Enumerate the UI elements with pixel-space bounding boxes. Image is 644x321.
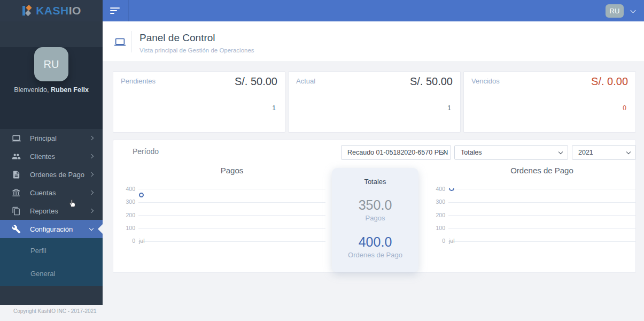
y-tick: 200 (430, 212, 445, 218)
copy-icon (12, 207, 21, 216)
header-divider (131, 31, 131, 52)
totals-summary-panel: Totales 350.0 Pagos 400.0 Ordenes de Pag… (332, 168, 418, 272)
card-amount: S/. 0.00 (591, 75, 628, 88)
welcome-text: Bienvenido, Ruben FelIx (0, 86, 103, 94)
sidebar-item-reportes[interactable]: Reportes (0, 202, 103, 220)
data-point-ordenes-400 (449, 188, 454, 191)
x-tick: jul (139, 238, 145, 244)
sidebar: KASHIO RU Bienvenido, Ruben FelIx Princi… (0, 0, 103, 305)
submenu-item-general[interactable]: General (0, 262, 103, 285)
sidebar-item-cuentas[interactable]: Cuentas (0, 184, 103, 202)
totals-ordenes-label: Ordenes de Pago (332, 251, 418, 259)
chart-title-pagos: Pagos (138, 166, 325, 175)
active-notch (98, 224, 103, 234)
user-menu-chevron-icon[interactable] (631, 8, 636, 13)
sidebar-item-label: Clientes (30, 152, 90, 160)
sidebar-item-configuracion[interactable]: Configuración (0, 220, 103, 238)
period-panel: Período Recaudo 01-05182020-6570 PEN Tot… (113, 140, 636, 273)
configuracion-submenu: Perfil General (0, 238, 103, 286)
totales-select[interactable]: Totales (454, 145, 568, 160)
page-header: Panel de Control Vista principal de Gest… (103, 21, 644, 62)
card-count: 0 (623, 104, 626, 112)
y-tick: 200 (120, 212, 135, 218)
chart-title-ordenes: Ordenes de Pago (448, 166, 635, 175)
card-vencidos: Vencidos S/. 0.00 0 (463, 71, 636, 133)
year-select-value: 2021 (578, 149, 593, 156)
sidebar-item-label: Reportes (30, 207, 90, 215)
app-window: KASHIO RU Bienvenido, Ruben FelIx Princi… (0, 0, 644, 321)
y-tick: 300 (430, 198, 445, 205)
copyright-text: Copyright KashIO INC - 2017-2021 (13, 308, 97, 314)
chevron-down-icon (558, 150, 563, 154)
logo-text: KASHIO (36, 4, 81, 17)
sidebar-item-label: Principal (30, 134, 90, 142)
sidebar-item-clientes[interactable]: Clientes (0, 147, 103, 165)
chevron-right-icon (89, 136, 94, 140)
y-tick: 100 (430, 225, 445, 231)
chevron-down-icon (89, 226, 94, 230)
page-subtitle: Vista principal de Gestión de Operacione… (139, 47, 254, 54)
page-title: Panel de Control (139, 32, 215, 44)
y-tick: 0 (120, 238, 135, 244)
chevron-right-icon (89, 172, 94, 177)
card-count: 1 (447, 104, 451, 112)
pagos-chart: 400 300 200 100 0 jul (138, 189, 325, 241)
main-content: Pendientes S/. 50.00 1 Actual S/. 50.00 … (103, 62, 644, 321)
recaudo-select-value: Recaudo 01-05182020-6570 PEN (347, 149, 448, 156)
sidebar-item-label: Ordenes de Pago (30, 171, 90, 179)
chevron-down-icon (626, 150, 631, 154)
ordenes-chart: 400 300 200 100 0 jul (448, 189, 635, 241)
kashio-logo-icon (21, 5, 33, 17)
chevron-right-icon (89, 154, 94, 158)
card-count: 1 (272, 104, 276, 112)
recaudo-select[interactable]: Recaudo 01-05182020-6570 PEN (341, 145, 451, 160)
topbar: RU (103, 0, 644, 21)
brand-logo[interactable]: KASHIO (0, 0, 103, 21)
totals-ordenes-value: 400.0 (332, 234, 418, 250)
card-pendientes: Pendientes S/. 50.00 1 (113, 71, 285, 133)
period-label: Período (133, 147, 159, 156)
y-tick: 0 (430, 238, 445, 244)
wrench-icon (12, 225, 21, 234)
sidebar-item-label: Cuentas (30, 189, 90, 197)
y-tick: 400 (120, 186, 135, 192)
laptop-icon (113, 36, 127, 48)
data-point-pagos-350 (139, 193, 144, 197)
card-actual: Actual S/. 50.00 1 (288, 71, 461, 133)
card-label: Vencidos (471, 77, 500, 85)
document-icon (12, 170, 21, 179)
year-select[interactable]: 2021 (572, 145, 636, 160)
sidebar-item-ordenes-de-pago[interactable]: Ordenes de Pago (0, 165, 103, 184)
submenu-item-perfil[interactable]: Perfil (0, 239, 103, 262)
totals-pagos-label: Pagos (332, 214, 418, 222)
bank-icon (12, 188, 21, 197)
chevron-right-icon (89, 209, 94, 213)
people-icon (12, 152, 21, 161)
card-label: Pendientes (121, 77, 156, 85)
totals-title: Totales (332, 178, 418, 186)
y-tick: 100 (120, 225, 135, 231)
avatar[interactable]: RU (34, 47, 68, 81)
chevron-right-icon (89, 190, 94, 195)
x-tick: jul (449, 238, 455, 244)
user-menu-avatar[interactable]: RU (606, 4, 624, 18)
card-amount: S/. 50.00 (410, 75, 453, 88)
mouse-cursor-pointer (67, 198, 77, 210)
y-tick: 300 (120, 198, 135, 205)
sidebar-profile: RU Bienvenido, Ruben FelIx (0, 47, 103, 129)
totals-pagos-value: 350.0 (332, 197, 418, 213)
card-label: Actual (296, 77, 315, 85)
y-tick: 400 (430, 186, 445, 192)
topbar-divider (128, 0, 129, 21)
card-amount: S/. 50.00 (235, 75, 277, 88)
laptop-icon (12, 134, 21, 143)
hamburger-menu-icon[interactable] (110, 7, 120, 16)
sidebar-item-principal[interactable]: Principal (0, 129, 103, 147)
totales-select-value: Totales (461, 149, 482, 156)
sidebar-item-label: Configuración (30, 225, 90, 233)
